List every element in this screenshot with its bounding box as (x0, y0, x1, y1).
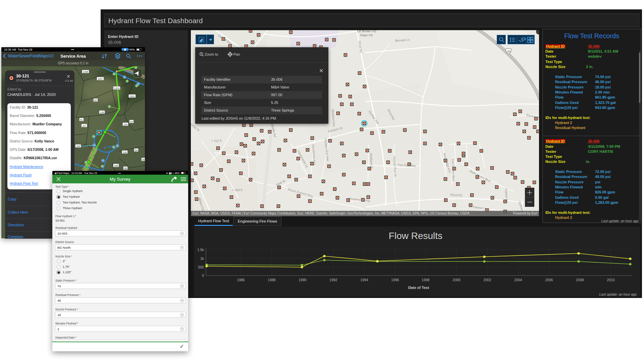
svg-text:Service Area: Service Area (60, 54, 86, 59)
svg-text:LD Brown AG: LD Brown AG (357, 30, 376, 33)
svg-text:1998: 1998 (422, 278, 430, 282)
svg-text:1311: 1311 (129, 95, 135, 98)
svg-text:1996: 1996 (391, 278, 399, 282)
svg-text:117: 117 (82, 125, 86, 127)
svg-text:165: 165 (506, 50, 511, 53)
svg-text:1988: 1988 (268, 278, 276, 282)
svg-text:1986: 1986 (237, 278, 245, 282)
svg-text:1327: 1327 (98, 78, 103, 80)
svg-text:2004: 2004 (514, 278, 522, 282)
svg-text:108: 108 (114, 165, 118, 167)
svg-text:109: 109 (76, 145, 80, 147)
svg-text:M: M (138, 83, 139, 85)
svg-text:53: 53 (130, 121, 133, 123)
svg-text:Flow Results: Flow Results (389, 231, 442, 241)
svg-text:1k: 1k (200, 256, 204, 260)
svg-text:125: 125 (100, 111, 104, 114)
svg-text:WaterSewerFieldMapsV2: WaterSewerFieldMapsV2 (8, 54, 54, 58)
svg-text:M: M (117, 145, 118, 147)
svg-text:1335: 1335 (83, 71, 88, 73)
svg-text:2000: 2000 (452, 278, 461, 282)
svg-text:M: M (102, 160, 104, 162)
svg-text:M: M (124, 76, 125, 78)
svg-text:2006: 2006 (545, 278, 553, 282)
svg-text:612 ft: 612 ft (214, 139, 222, 142)
svg-text:M: M (94, 144, 95, 146)
svg-text:Expo Ctr: Expo Ctr (361, 33, 373, 37)
svg-text:1994: 1994 (360, 278, 368, 282)
svg-text:Shetland Dr: Shetland Dr (369, 153, 373, 169)
svg-text:Elrod Rd: Elrod Rd (450, 193, 462, 197)
svg-text:1990: 1990 (299, 278, 307, 282)
svg-text:Date of Test: Date of Test (408, 286, 429, 290)
svg-text:599 ft: 599 ft (235, 188, 243, 192)
svg-text:124: 124 (123, 123, 127, 126)
svg-text:54: 54 (135, 149, 138, 152)
svg-text:2008: 2008 (576, 278, 584, 282)
svg-text:0: 0 (202, 274, 204, 278)
svg-text:2002: 2002 (483, 278, 491, 282)
svg-text:1319: 1319 (114, 87, 119, 89)
svg-text:Last update: an hour ago: Last update: an hour ago (599, 293, 637, 296)
svg-text:55: 55 (124, 167, 127, 170)
svg-text:My Survey: My Survey (110, 177, 130, 182)
svg-text:500: 500 (198, 265, 204, 269)
svg-text:116: 116 (123, 151, 126, 154)
svg-text:1.5k: 1.5k (197, 248, 204, 252)
svg-text:52: 52 (94, 99, 97, 102)
svg-text:2010: 2010 (607, 278, 615, 282)
svg-text:1992: 1992 (329, 278, 337, 282)
svg-text:50: 50 (142, 159, 145, 161)
svg-text:51: 51 (80, 119, 83, 121)
